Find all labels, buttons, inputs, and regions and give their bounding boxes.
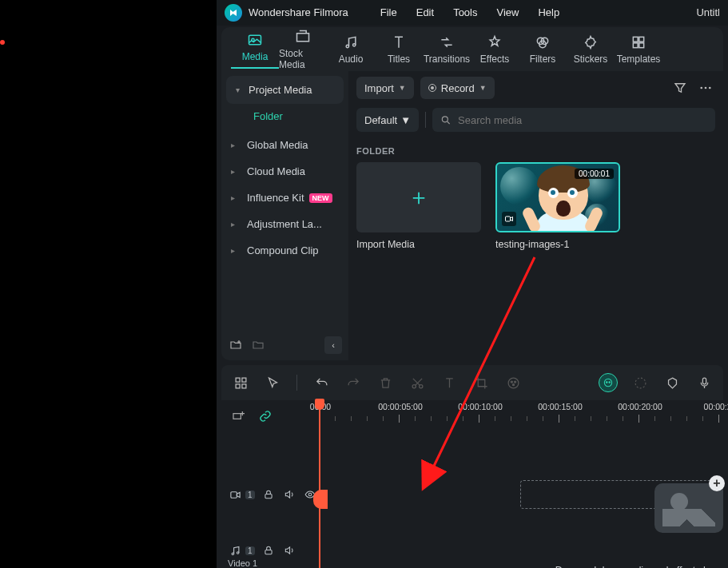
video-type-icon: [502, 212, 516, 226]
chevron-down-icon: ▼: [479, 84, 487, 92]
media-icon: [246, 31, 264, 49]
menu-help[interactable]: Help: [538, 6, 559, 18]
tab-filters-label: Filters: [530, 54, 556, 65]
svg-rect-10: [639, 43, 644, 48]
marker-icon[interactable]: [662, 373, 682, 392]
media-toolbar-2: Default ▼: [348, 105, 723, 135]
audio-track-count: 1: [245, 546, 255, 555]
tab-titles[interactable]: Titles: [375, 34, 423, 65]
collapse-sidebar-button[interactable]: ‹: [324, 336, 342, 354]
ruler-tick: 00:00:20:00: [638, 405, 639, 423]
timeline-toolbar: [221, 365, 723, 400]
tab-titles-label: Titles: [388, 54, 410, 65]
sidebar-compound-clip[interactable]: ▸Compound Clip: [221, 237, 348, 264]
svg-rect-30: [702, 378, 706, 384]
audio-track-icon: [228, 543, 242, 558]
cut-icon[interactable]: [408, 373, 427, 392]
import-dropdown[interactable]: Import ▼: [356, 77, 414, 99]
svg-rect-15: [506, 216, 511, 221]
sidebar-influence-kit-label: Influence Kit: [247, 192, 304, 204]
menu-tools[interactable]: Tools: [453, 6, 477, 18]
cursor-tool-icon[interactable]: [263, 373, 282, 392]
stickers-icon: [582, 34, 599, 51]
drop-plus-icon[interactable]: +: [709, 475, 725, 491]
menu-view[interactable]: View: [496, 6, 519, 18]
sidebar-project-media[interactable]: ▾ Project Media: [226, 76, 344, 104]
layout-grid-icon[interactable]: [231, 373, 250, 392]
transitions-icon: [438, 34, 455, 51]
chevron-down-icon: ▼: [399, 84, 406, 92]
sidebar-folder[interactable]: Folder: [221, 104, 348, 132]
titles-icon: [390, 34, 408, 51]
ai-assistant-icon[interactable]: [599, 373, 618, 392]
new-folder-icon[interactable]: [228, 337, 244, 353]
tab-transitions[interactable]: Transitions: [423, 34, 471, 65]
tab-effects[interactable]: Effects: [471, 34, 519, 65]
media-clip-thumb[interactable]: 00:00:01: [495, 162, 620, 232]
crop-icon[interactable]: [471, 373, 491, 392]
sidebar-influence-kit[interactable]: ▸Influence KitNEW: [221, 185, 348, 211]
sort-default-dropdown[interactable]: Default ▼: [356, 108, 419, 132]
sidebar-global-media[interactable]: ▸Global Media: [221, 132, 348, 158]
timeline-ruler-row: 00:0000:00:05:0000:00:10:0000:00:15:0000…: [221, 400, 723, 432]
tab-media[interactable]: Media: [231, 31, 279, 69]
svg-point-14: [442, 116, 448, 121]
chevron-down-icon: ▼: [400, 114, 411, 126]
sidebar-adjustment-label: Adjustment La...: [247, 218, 322, 230]
mute-icon[interactable]: [282, 543, 296, 558]
folder-section-label: FOLDER: [348, 135, 723, 162]
sidebar-cloud-media[interactable]: ▸Cloud Media: [221, 158, 348, 185]
sidebar-cloud-media-label: Cloud Media: [247, 165, 305, 177]
menu-file[interactable]: File: [380, 6, 397, 18]
mute-icon[interactable]: [282, 487, 296, 502]
tab-templates[interactable]: Templates: [615, 34, 662, 65]
import-media-label: Import Media: [356, 239, 415, 250]
lock-icon[interactable]: [261, 543, 276, 558]
voiceover-icon[interactable]: [694, 373, 714, 392]
media-thumbs: ＋ Import Media: [348, 162, 723, 250]
stock-media-icon: [294, 28, 312, 46]
svg-point-34: [308, 493, 312, 496]
playhead[interactable]: [319, 400, 320, 432]
tab-audio-label: Audio: [339, 54, 364, 65]
search-media-input[interactable]: [458, 114, 707, 126]
audio-track-body[interactable]: [319, 533, 723, 568]
sidebar-global-media-label: Global Media: [247, 139, 308, 151]
tab-stock-label: Stock Media: [279, 48, 327, 70]
ruler-tick: 00:00:10:00: [479, 405, 479, 423]
redo-icon[interactable]: [344, 373, 363, 392]
link-tracks-icon[interactable]: [257, 407, 274, 425]
svg-point-13: [709, 87, 711, 89]
new-bin-icon[interactable]: [250, 337, 266, 353]
undo-icon[interactable]: [312, 373, 331, 392]
add-track-icon[interactable]: [229, 407, 247, 425]
sidebar-adjustment-layer[interactable]: ▸Adjustment La...: [221, 211, 348, 237]
ruler-tick: 00:00:15:00: [559, 405, 559, 423]
plus-icon: ＋: [408, 182, 430, 213]
menu-edit[interactable]: Edit: [416, 6, 434, 18]
tab-filters[interactable]: Filters: [519, 34, 567, 65]
drop-placeholder-image: [654, 483, 723, 533]
more-icon[interactable]: [696, 78, 715, 97]
svg-rect-37: [265, 550, 271, 554]
tab-stock-media[interactable]: Stock Media: [279, 28, 327, 70]
sidebar-bottom: ‹: [221, 330, 348, 360]
tab-audio[interactable]: Audio: [327, 34, 375, 65]
new-badge: NEW: [309, 193, 332, 203]
text-icon[interactable]: [440, 373, 459, 392]
render-icon[interactable]: [631, 373, 650, 392]
timeline-ruler[interactable]: 00:0000:00:05:0000:00:10:0000:00:15:0000…: [319, 400, 723, 432]
svg-rect-32: [230, 491, 237, 498]
tab-stickers[interactable]: Stickers: [567, 34, 615, 65]
import-media-button[interactable]: ＋: [356, 162, 481, 232]
drop-hint-text: Drag and drop media and effects here: [555, 565, 723, 568]
video-track-1: 1: [221, 477, 723, 512]
filter-icon[interactable]: [670, 78, 690, 97]
record-dropdown[interactable]: Record ▼: [420, 77, 495, 99]
lock-icon[interactable]: [261, 487, 276, 502]
delete-icon[interactable]: [376, 373, 395, 392]
tab-transitions-label: Transitions: [424, 54, 470, 65]
media-clip-name: testing-images-1: [495, 239, 569, 250]
color-icon[interactable]: [503, 373, 523, 392]
caret-right-icon: ▸: [231, 141, 239, 149]
